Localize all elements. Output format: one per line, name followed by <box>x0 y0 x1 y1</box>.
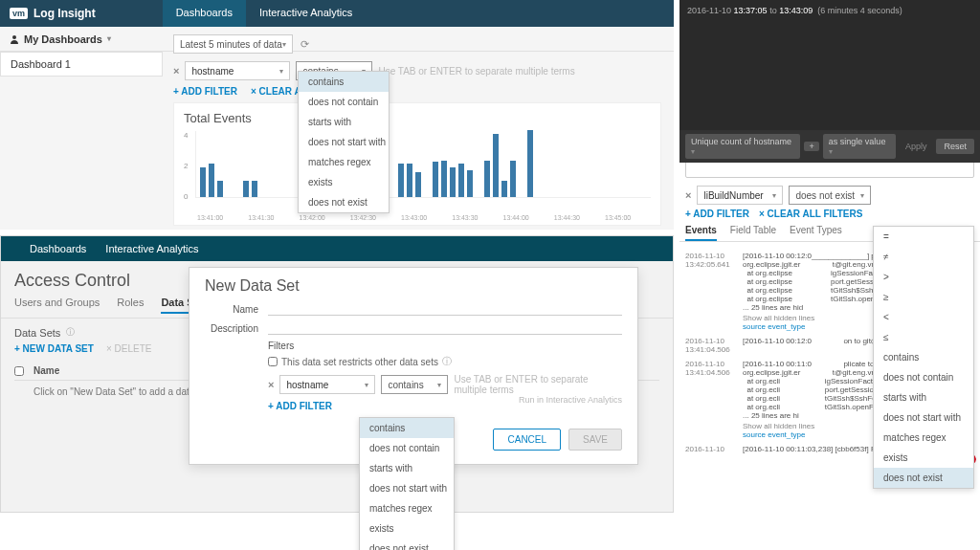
remove-filter-icon[interactable]: × <box>268 379 274 390</box>
chart-bar <box>527 130 533 197</box>
operator-option[interactable]: contains <box>874 347 973 367</box>
filter-field-select[interactable]: liBuildNumber ▾ <box>697 186 783 205</box>
delete-data-set-button[interactable]: × DELETE <box>106 343 152 354</box>
operator-option[interactable]: exists <box>360 518 454 539</box>
timerange-select[interactable]: Latest 5 minutes of data ▾ <box>173 34 293 54</box>
new-data-set-button[interactable]: + NEW DATA SET <box>14 343 94 354</box>
operator-option[interactable]: matches regex <box>299 152 389 172</box>
chart-bar <box>252 181 257 198</box>
time-histogram-area: 2016-11-10 13:37:05 to 13:43:09 (6 minut… <box>679 0 980 153</box>
operator-option[interactable]: < <box>874 307 973 327</box>
timerange-display: 2016-11-10 13:37:05 to 13:43:09 (6 minut… <box>687 6 902 15</box>
chart-bar <box>407 164 412 197</box>
operator-option[interactable]: does not start with <box>299 132 389 152</box>
run-in-analytics-link[interactable]: Run in Interactive Analytics <box>519 395 622 405</box>
operator-option[interactable]: does not start with <box>360 478 454 498</box>
remove-filter-icon[interactable]: × <box>685 189 691 201</box>
modal-title: New Data Set <box>205 277 622 295</box>
new-data-set-modal: New Data Set Name Description Filters Th… <box>189 267 638 465</box>
operator-dropdown[interactable]: = ≠ > ≥ < ≤ contains does not contain st… <box>873 226 974 489</box>
aggregation-chip[interactable]: Unique count of hostname ▾ <box>685 134 800 159</box>
event-timestamp: 2016-11-1013:42:05.641 <box>685 252 737 331</box>
modal-add-filter[interactable]: + ADD FILTER <box>205 401 332 411</box>
apply-button[interactable]: Apply <box>900 139 933 154</box>
add-aggregation-button[interactable]: + <box>804 142 819 151</box>
nav-dashboards[interactable]: Dashboards <box>163 0 246 27</box>
filter-field-select[interactable]: hostname ▾ <box>185 61 290 80</box>
operator-option[interactable]: contains <box>299 72 389 92</box>
tab-field-table[interactable]: Field Table <box>730 225 776 241</box>
modal-operator-dropdown[interactable]: contains does not contain starts with do… <box>359 417 455 550</box>
operator-option[interactable]: matches regex <box>874 428 973 448</box>
display-mode-chip[interactable]: as single value ▾ <box>823 134 896 159</box>
my-dashboards-dropdown[interactable]: My Dashboards ▾ <box>0 33 121 45</box>
brand-badge: vm <box>10 8 28 19</box>
reset-button[interactable]: Reset <box>936 139 974 154</box>
chevron-down-icon: ▾ <box>107 34 111 43</box>
description-input[interactable] <box>268 321 622 335</box>
remove-filter-icon[interactable]: × <box>173 65 179 77</box>
brand: vm Log Insight <box>0 0 105 27</box>
tab-users-groups[interactable]: Users and Groups <box>14 297 100 314</box>
events-panel: 2016-11-10 13:37:05 to 13:43:09 (6 minut… <box>679 0 980 550</box>
total-events-chart: Total Events 4 2 0 13:41:0013:41:3013:42… <box>173 102 661 226</box>
add-filter-link[interactable]: + ADD FILTER <box>173 86 237 97</box>
nav-analytics[interactable]: Interactive Analytics <box>246 0 366 27</box>
panel2-nav: Dashboards Interactive Analytics <box>1 236 673 261</box>
nav-dashboards[interactable]: Dashboards <box>30 243 86 254</box>
refresh-icon[interactable]: ⟳ <box>301 38 309 51</box>
clear-filters-link[interactable]: × CLEAR ALL FILTERS <box>759 209 862 219</box>
operator-dropdown[interactable]: contains does not contain starts with do… <box>298 71 390 213</box>
chart-bar <box>433 162 438 197</box>
filters-label: Filters <box>205 341 622 351</box>
chart-bar <box>467 170 473 197</box>
modal-filter-value[interactable]: Use TAB or ENTER to separate multiple te… <box>454 374 622 395</box>
operator-option[interactable]: does not exist <box>299 192 389 212</box>
info-icon[interactable]: ⓘ <box>66 326 75 339</box>
operator-option[interactable]: matches regex <box>360 498 454 518</box>
chart-bar <box>484 161 490 198</box>
tab-event-types[interactable]: Event Types <box>790 225 842 241</box>
chart-bar <box>510 161 516 198</box>
select-all-checkbox[interactable] <box>14 366 24 376</box>
filter-operator-select[interactable]: does not exist ▾ <box>789 186 871 205</box>
name-input[interactable] <box>268 302 622 316</box>
cancel-button[interactable]: CANCEL <box>493 429 561 451</box>
modal-filter-operator[interactable]: contains ▾ <box>381 375 448 394</box>
operator-option[interactable]: > <box>874 267 973 287</box>
save-button[interactable]: SAVE <box>568 429 622 451</box>
operator-option[interactable]: does not contain <box>360 438 454 458</box>
chart-bar <box>441 161 447 198</box>
tab-roles[interactable]: Roles <box>117 297 144 314</box>
operator-option[interactable]: starts with <box>874 387 973 407</box>
operator-option[interactable]: does not exist <box>360 539 454 550</box>
operator-option[interactable]: contains <box>360 418 454 438</box>
restrict-label: This data set restricts other data sets <box>281 357 438 367</box>
operator-option[interactable]: does not contain <box>874 367 973 387</box>
info-icon[interactable]: ⓘ <box>442 355 452 368</box>
restrict-checkbox[interactable] <box>268 357 278 366</box>
chart-bar <box>501 181 507 198</box>
operator-option[interactable]: ≥ <box>874 287 973 307</box>
tab-events[interactable]: Events <box>685 225 717 241</box>
sidebar-item-dashboard1[interactable]: Dashboard 1 <box>0 52 163 77</box>
operator-option[interactable]: ≤ <box>874 327 973 347</box>
operator-option[interactable]: starts with <box>299 112 389 132</box>
operator-option[interactable]: = <box>874 227 973 247</box>
operator-option[interactable]: does not contain <box>299 92 389 112</box>
add-filter-link[interactable]: + ADD FILTER <box>685 209 749 219</box>
operator-option[interactable]: does not start with <box>874 407 973 428</box>
chevron-down-icon: ▾ <box>365 381 368 389</box>
operator-option[interactable]: exists <box>299 172 389 192</box>
column-name: Name <box>33 365 59 376</box>
nav-analytics[interactable]: Interactive Analytics <box>105 243 198 254</box>
brand-name: Log Insight <box>33 7 96 20</box>
operator-option[interactable]: ≠ <box>874 247 973 267</box>
filter-value-input[interactable]: Use TAB or ENTER to separate multiple te… <box>378 66 574 77</box>
operator-option[interactable]: exists <box>874 448 973 468</box>
operator-option[interactable]: starts with <box>360 458 454 478</box>
modal-filter-field[interactable]: hostname ▾ <box>279 375 375 394</box>
operator-option[interactable]: does not exist <box>874 468 973 488</box>
chart-bars <box>195 131 651 198</box>
event-timestamp: 2016-11-10 <box>685 445 737 453</box>
